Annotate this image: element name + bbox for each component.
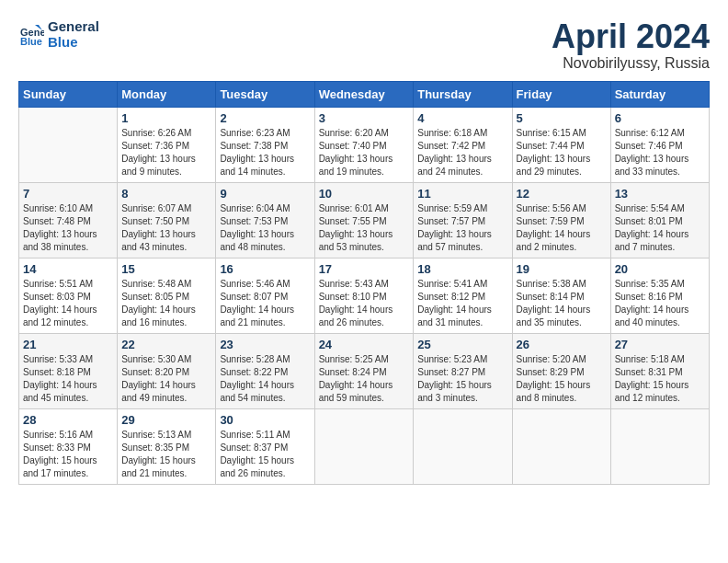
day-number: 2 (220, 111, 310, 125)
day-number: 14 (23, 262, 113, 276)
calendar-cell: 25Sunrise: 5:23 AMSunset: 8:27 PMDayligh… (414, 333, 512, 408)
calendar-header: SundayMondayTuesdayWednesdayThursdayFrid… (19, 81, 710, 107)
calendar-cell: 10Sunrise: 6:01 AMSunset: 7:55 PMDayligh… (314, 182, 414, 258)
day-number: 12 (517, 187, 607, 201)
calendar-cell: 24Sunrise: 5:25 AMSunset: 8:24 PMDayligh… (314, 333, 414, 408)
calendar-cell: 11Sunrise: 5:59 AMSunset: 7:57 PMDayligh… (414, 182, 512, 258)
day-info: Sunrise: 5:16 AMSunset: 8:33 PMDaylight:… (23, 429, 113, 480)
day-number: 30 (220, 413, 310, 427)
calendar-cell: 7Sunrise: 6:10 AMSunset: 7:48 PMDaylight… (19, 182, 118, 258)
day-info: Sunrise: 5:18 AMSunset: 8:31 PMDaylight:… (615, 353, 705, 405)
calendar-cell: 4Sunrise: 6:18 AMSunset: 7:42 PMDaylight… (414, 107, 512, 182)
day-info: Sunrise: 6:23 AMSunset: 7:38 PMDaylight:… (220, 127, 310, 178)
calendar-cell (610, 408, 709, 484)
calendar-cell (512, 408, 610, 484)
day-info: Sunrise: 6:01 AMSunset: 7:55 PMDaylight:… (319, 202, 410, 254)
calendar-body: 1Sunrise: 6:26 AMSunset: 7:36 PMDaylight… (19, 107, 710, 484)
calendar-subtitle: Novobirilyussy, Russia (552, 55, 710, 72)
day-number: 15 (121, 262, 211, 276)
logo-general: General (48, 18, 99, 34)
day-info: Sunrise: 5:41 AMSunset: 8:12 PMDaylight:… (417, 278, 507, 329)
day-info: Sunrise: 6:12 AMSunset: 7:46 PMDaylight:… (615, 127, 705, 178)
logo: General Blue General Blue (18, 18, 99, 50)
day-number: 16 (220, 262, 310, 276)
day-info: Sunrise: 5:23 AMSunset: 8:27 PMDaylight:… (417, 353, 507, 405)
calendar-week-row: 28Sunrise: 5:16 AMSunset: 8:33 PMDayligh… (19, 408, 710, 484)
calendar-cell: 6Sunrise: 6:12 AMSunset: 7:46 PMDaylight… (610, 107, 709, 182)
weekday-header-monday: Monday (118, 81, 216, 107)
day-number: 5 (517, 111, 607, 125)
svg-text:Blue: Blue (20, 36, 42, 47)
day-info: Sunrise: 5:30 AMSunset: 8:20 PMDaylight:… (121, 353, 211, 405)
weekday-header-tuesday: Tuesday (216, 81, 314, 107)
calendar-cell: 22Sunrise: 5:30 AMSunset: 8:20 PMDayligh… (118, 333, 216, 408)
day-info: Sunrise: 5:38 AMSunset: 8:14 PMDaylight:… (517, 278, 607, 329)
day-info: Sunrise: 5:48 AMSunset: 8:05 PMDaylight:… (121, 278, 211, 329)
day-number: 6 (615, 111, 705, 125)
page-header: General Blue General Blue April 2024 Nov… (18, 18, 710, 72)
day-number: 27 (615, 338, 705, 351)
day-number: 10 (319, 187, 410, 201)
weekday-header-wednesday: Wednesday (314, 81, 414, 107)
calendar-cell: 21Sunrise: 5:33 AMSunset: 8:18 PMDayligh… (19, 333, 118, 408)
logo-blue: Blue (48, 34, 99, 50)
day-number: 17 (319, 262, 410, 276)
calendar-title: April 2024 (552, 18, 710, 55)
calendar-cell (414, 408, 512, 484)
day-info: Sunrise: 6:26 AMSunset: 7:36 PMDaylight:… (121, 127, 211, 178)
calendar-cell: 14Sunrise: 5:51 AMSunset: 8:03 PMDayligh… (19, 258, 118, 333)
day-info: Sunrise: 6:10 AMSunset: 7:48 PMDaylight:… (23, 202, 113, 254)
day-number: 24 (319, 338, 410, 351)
calendar-cell: 1Sunrise: 6:26 AMSunset: 7:36 PMDaylight… (118, 107, 216, 182)
calendar-cell: 3Sunrise: 6:20 AMSunset: 7:40 PMDaylight… (314, 107, 414, 182)
weekday-header-row: SundayMondayTuesdayWednesdayThursdayFrid… (19, 81, 710, 107)
day-number: 23 (220, 338, 310, 351)
day-info: Sunrise: 6:20 AMSunset: 7:40 PMDaylight:… (319, 127, 410, 178)
day-info: Sunrise: 5:20 AMSunset: 8:29 PMDaylight:… (517, 353, 607, 405)
day-number: 1 (121, 111, 211, 125)
calendar-week-row: 14Sunrise: 5:51 AMSunset: 8:03 PMDayligh… (19, 258, 710, 333)
calendar-cell: 17Sunrise: 5:43 AMSunset: 8:10 PMDayligh… (314, 258, 414, 333)
weekday-header-friday: Friday (512, 81, 610, 107)
day-info: Sunrise: 5:56 AMSunset: 7:59 PMDaylight:… (517, 202, 607, 254)
day-number: 18 (417, 262, 507, 276)
calendar-cell: 19Sunrise: 5:38 AMSunset: 8:14 PMDayligh… (512, 258, 610, 333)
day-info: Sunrise: 5:46 AMSunset: 8:07 PMDaylight:… (220, 278, 310, 329)
day-number: 28 (23, 413, 113, 427)
calendar-cell: 9Sunrise: 6:04 AMSunset: 7:53 PMDaylight… (216, 182, 314, 258)
day-number: 4 (417, 111, 507, 125)
day-info: Sunrise: 5:35 AMSunset: 8:16 PMDaylight:… (615, 278, 705, 329)
calendar-week-row: 7Sunrise: 6:10 AMSunset: 7:48 PMDaylight… (19, 182, 710, 258)
day-info: Sunrise: 6:04 AMSunset: 7:53 PMDaylight:… (220, 202, 310, 254)
calendar-cell: 30Sunrise: 5:11 AMSunset: 8:37 PMDayligh… (216, 408, 314, 484)
calendar-week-row: 1Sunrise: 6:26 AMSunset: 7:36 PMDaylight… (19, 107, 710, 182)
day-number: 7 (23, 187, 113, 201)
day-info: Sunrise: 5:43 AMSunset: 8:10 PMDaylight:… (319, 278, 410, 329)
day-info: Sunrise: 5:11 AMSunset: 8:37 PMDaylight:… (220, 429, 310, 480)
calendar-cell: 29Sunrise: 5:13 AMSunset: 8:35 PMDayligh… (118, 408, 216, 484)
day-number: 29 (121, 413, 211, 427)
day-number: 9 (220, 187, 310, 201)
calendar-cell: 15Sunrise: 5:48 AMSunset: 8:05 PMDayligh… (118, 258, 216, 333)
day-info: Sunrise: 5:25 AMSunset: 8:24 PMDaylight:… (319, 353, 410, 405)
title-area: April 2024 Novobirilyussy, Russia (552, 18, 710, 72)
day-number: 20 (615, 262, 705, 276)
day-number: 26 (517, 338, 607, 351)
weekday-header-saturday: Saturday (610, 81, 709, 107)
day-info: Sunrise: 5:51 AMSunset: 8:03 PMDaylight:… (23, 278, 113, 329)
calendar-cell: 12Sunrise: 5:56 AMSunset: 7:59 PMDayligh… (512, 182, 610, 258)
day-info: Sunrise: 6:15 AMSunset: 7:44 PMDaylight:… (517, 127, 607, 178)
calendar-cell: 27Sunrise: 5:18 AMSunset: 8:31 PMDayligh… (610, 333, 709, 408)
day-number: 11 (417, 187, 507, 201)
day-info: Sunrise: 5:13 AMSunset: 8:35 PMDaylight:… (121, 429, 211, 480)
calendar-cell: 8Sunrise: 6:07 AMSunset: 7:50 PMDaylight… (118, 182, 216, 258)
day-number: 3 (319, 111, 410, 125)
day-info: Sunrise: 5:33 AMSunset: 8:18 PMDaylight:… (23, 353, 113, 405)
calendar-cell: 2Sunrise: 6:23 AMSunset: 7:38 PMDaylight… (216, 107, 314, 182)
day-info: Sunrise: 5:28 AMSunset: 8:22 PMDaylight:… (220, 353, 310, 405)
day-number: 22 (121, 338, 211, 351)
calendar-cell: 13Sunrise: 5:54 AMSunset: 8:01 PMDayligh… (610, 182, 709, 258)
calendar-cell: 26Sunrise: 5:20 AMSunset: 8:29 PMDayligh… (512, 333, 610, 408)
calendar-cell: 16Sunrise: 5:46 AMSunset: 8:07 PMDayligh… (216, 258, 314, 333)
calendar-cell: 23Sunrise: 5:28 AMSunset: 8:22 PMDayligh… (216, 333, 314, 408)
